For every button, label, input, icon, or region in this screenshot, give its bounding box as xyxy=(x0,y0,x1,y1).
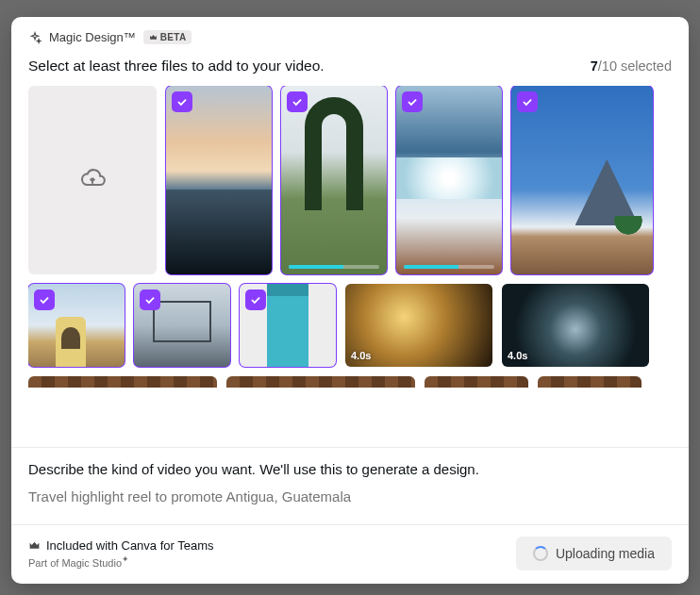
upload-progress xyxy=(404,265,494,269)
spinner-icon xyxy=(533,546,548,561)
thumbnail-image xyxy=(28,376,217,388)
media-tile[interactable] xyxy=(281,86,387,274)
check-icon xyxy=(402,91,423,112)
duration-label: 4.0s xyxy=(351,350,371,361)
duration-label: 4.0s xyxy=(508,350,527,361)
thumbnail-image xyxy=(226,376,415,388)
media-tile[interactable] xyxy=(28,376,217,388)
part-of-line: Part of Magic Studio✦ xyxy=(28,554,214,569)
check-icon xyxy=(140,289,160,310)
modal-header: Magic Design™ BETA xyxy=(11,17,689,50)
modal-footer: Included with Canva for Teams Part of Ma… xyxy=(11,524,689,584)
included-label: Included with Canva for Teams xyxy=(46,538,214,553)
gallery-row xyxy=(28,86,670,274)
selection-count-number: 7 xyxy=(591,58,598,74)
media-tile[interactable] xyxy=(226,376,415,388)
instruction-row: Select at least three files to add to yo… xyxy=(11,50,689,86)
describe-section: Describe the kind of video you want. We'… xyxy=(11,447,689,524)
sparkle-icon xyxy=(28,31,42,44)
gallery-row xyxy=(28,376,670,388)
thumbnail-image xyxy=(538,376,642,388)
cloud-upload-icon xyxy=(79,165,106,195)
crown-icon xyxy=(149,33,158,41)
beta-badge: BETA xyxy=(143,30,192,44)
check-icon xyxy=(172,91,192,112)
instruction-text: Select at least three files to add to yo… xyxy=(28,58,325,74)
media-tile[interactable] xyxy=(511,86,653,274)
uploading-button[interactable]: Uploading media xyxy=(516,537,672,570)
describe-label: Describe the kind of video you want. We'… xyxy=(28,461,672,477)
included-line: Included with Canva for Teams xyxy=(28,538,214,553)
check-icon xyxy=(517,91,538,112)
media-tile[interactable] xyxy=(538,376,642,388)
upload-progress xyxy=(289,265,379,269)
thumbnail-image xyxy=(511,86,653,274)
media-tile[interactable]: 4.0s xyxy=(502,284,649,367)
media-tile[interactable] xyxy=(28,284,125,367)
check-icon xyxy=(34,289,55,310)
upload-tile[interactable] xyxy=(28,86,157,274)
thumbnail-image xyxy=(396,86,502,274)
media-tile[interactable] xyxy=(240,284,336,367)
media-tile[interactable] xyxy=(134,284,230,367)
selection-count-limit: /10 selected xyxy=(598,58,672,74)
footer-left: Included with Canva for Teams Part of Ma… xyxy=(28,538,214,569)
gallery-wrap: 4.0s4.0s xyxy=(11,86,689,447)
thumbnail-image xyxy=(281,86,387,274)
media-tile[interactable] xyxy=(396,86,502,274)
media-tile[interactable] xyxy=(425,376,528,388)
brand-title: Magic Design™ xyxy=(49,30,136,44)
uploading-label: Uploading media xyxy=(556,546,655,561)
crown-icon xyxy=(28,539,41,552)
selection-count: 7/10 selected xyxy=(591,58,672,74)
thumbnail-image xyxy=(425,376,528,388)
beta-label: BETA xyxy=(160,32,187,42)
magic-design-modal: Magic Design™ BETA Select at least three… xyxy=(11,17,689,584)
check-icon xyxy=(245,289,266,310)
gallery-row: 4.0s4.0s xyxy=(28,284,670,367)
describe-input[interactable] xyxy=(28,488,672,504)
media-tile[interactable]: 4.0s xyxy=(345,284,492,367)
media-tile[interactable] xyxy=(166,86,272,274)
check-icon xyxy=(287,91,308,112)
thumbnail-image xyxy=(166,86,272,274)
media-gallery[interactable]: 4.0s4.0s xyxy=(28,86,683,388)
